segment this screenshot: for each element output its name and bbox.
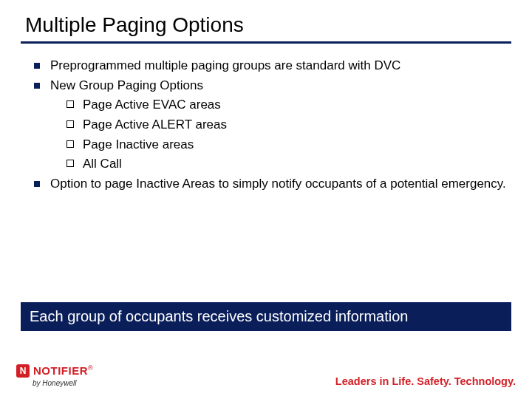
banner-text: Each group of occupants receives customi… <box>30 308 409 324</box>
sub-bullet-list: Page Active EVAC areas Page Active ALERT… <box>64 96 511 174</box>
slide-title: Multiple Paging Options <box>25 13 511 37</box>
bullet-text: New Group Paging Options <box>50 78 203 92</box>
brand-name-text: NOTIFIER <box>33 364 88 377</box>
slide: Multiple Paging Options Preprogrammed mu… <box>0 0 532 399</box>
sub-bullet-item: All Call <box>64 155 511 174</box>
brand: N NOTIFIER® <box>16 364 93 378</box>
brand-mark-icon: N <box>16 364 30 378</box>
sub-bullet-item: Page Inactive areas <box>64 136 511 154</box>
footer: N NOTIFIER® by Honeywell Leaders in Life… <box>16 364 516 387</box>
tagline: Leaders in Life. Safety. Technology. <box>335 375 516 387</box>
highlight-banner: Each group of occupants receives customi… <box>21 302 511 331</box>
bullet-text: Option to page Inactive Areas to simply … <box>50 177 506 191</box>
title-rule <box>21 41 511 44</box>
bullet-item: Option to page Inactive Areas to simply … <box>30 175 511 194</box>
logo: N NOTIFIER® by Honeywell <box>16 364 93 387</box>
brand-name: NOTIFIER® <box>33 364 93 378</box>
sub-bullet-item: Page Active EVAC areas <box>64 96 511 115</box>
sub-bullet-text: Page Inactive areas <box>83 137 194 151</box>
bullet-item: New Group Paging Options Page Active EVA… <box>30 77 511 174</box>
sub-bullet-item: Page Active ALERT areas <box>64 116 511 134</box>
sub-bullet-text: Page Active ALERT areas <box>83 117 227 132</box>
content-area: Preprogrammed multiple paging groups are… <box>30 57 511 193</box>
bullet-item: Preprogrammed multiple paging groups are… <box>30 57 511 75</box>
sub-bullet-text: Page Active EVAC areas <box>83 98 221 112</box>
registered-mark: ® <box>88 364 93 372</box>
bullet-list: Preprogrammed multiple paging groups are… <box>30 57 511 193</box>
brand-byline: by Honeywell <box>33 379 76 387</box>
sub-bullet-text: All Call <box>83 157 122 171</box>
bullet-text: Preprogrammed multiple paging groups are… <box>50 58 400 72</box>
